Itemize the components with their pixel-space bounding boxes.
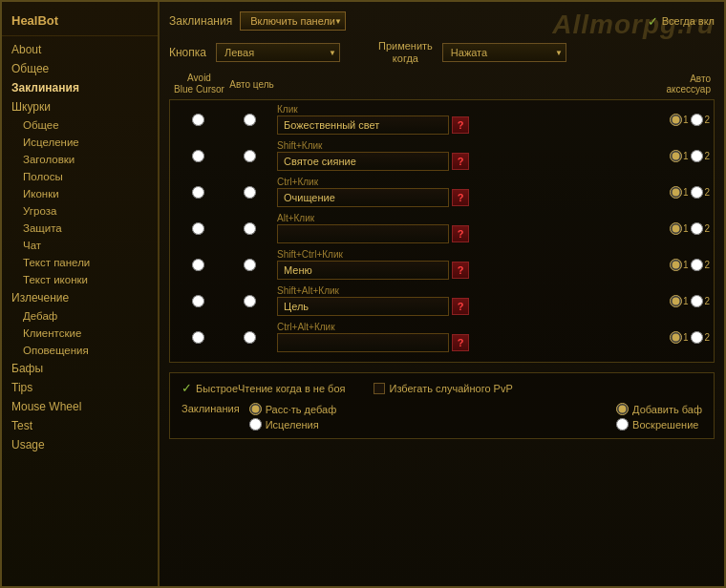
autotarget-radio-6[interactable] — [244, 331, 256, 344]
spell-input-0[interactable] — [277, 116, 449, 135]
autotarget-radio-4[interactable] — [244, 259, 256, 271]
acc-radio-1-1[interactable] — [670, 150, 682, 162]
spell-key-4: Shift+Ctrl+Клик — [277, 249, 639, 260]
radio-add-buff[interactable] — [616, 403, 629, 415]
spell-key-2: Ctrl+Клик — [277, 177, 639, 187]
acc-radio-1-label-6[interactable]: 1 — [670, 331, 689, 344]
autotarget-radio-3[interactable] — [244, 222, 256, 235]
acc-radio-1-3[interactable] — [670, 222, 682, 235]
acc-radio-2-4[interactable] — [691, 259, 703, 271]
sidebar-item-chat[interactable]: Чат — [2, 237, 158, 254]
sidebar-item-zaklinaniya[interactable]: Заклинания — [2, 78, 158, 97]
spell-input-2[interactable] — [277, 188, 449, 207]
avoid-radio-2[interactable] — [192, 186, 204, 199]
acc-radio-2-3[interactable] — [691, 222, 703, 235]
acc-radio-2-6[interactable] — [691, 331, 703, 344]
acc-radio-1-label-3[interactable]: 1 — [670, 222, 689, 235]
sidebar-item-zashchita[interactable]: Защита — [2, 220, 158, 237]
radio-resurrection-label[interactable]: Воскрешение — [616, 418, 702, 430]
help-button-5[interactable]: ? — [452, 298, 469, 315]
pressed-button-select[interactable]: Нажата Отпущена — [442, 43, 566, 62]
radio-debaf-label[interactable]: Расс·ть дебаф — [249, 403, 337, 415]
avoid-radio-0[interactable] — [192, 114, 204, 126]
left-button-select[interactable]: Левая Правая Средняя — [216, 43, 340, 62]
acc-radio-2-label-4[interactable]: 2 — [691, 259, 710, 271]
auto-target-col-4 — [225, 259, 273, 271]
sidebar-item-bafy[interactable]: Бафы — [2, 359, 158, 378]
enable-panels-button[interactable]: Включить панели — [240, 11, 346, 31]
acc-radio-1-label-5[interactable]: 1 — [670, 295, 689, 307]
help-button-2[interactable]: ? — [452, 189, 469, 206]
spell-input-4[interactable] — [277, 261, 449, 280]
sidebar-item-usage[interactable]: Usage — [2, 435, 158, 454]
acc-radio-1-label-0[interactable]: 1 — [670, 114, 689, 126]
acc-radio-1-5[interactable] — [670, 295, 682, 307]
help-button-4[interactable]: ? — [452, 262, 469, 279]
acc-radio-2-5[interactable] — [691, 295, 703, 307]
acc-radio-1-2[interactable] — [670, 186, 682, 199]
acc-radio-1-label-1[interactable]: 1 — [670, 150, 689, 162]
help-button-0[interactable]: ? — [452, 116, 469, 134]
acc-radio-1-0[interactable] — [670, 114, 682, 126]
acc-radio-2-1[interactable] — [691, 150, 703, 162]
help-button-3[interactable]: ? — [452, 225, 469, 242]
sidebar-item-iscelenie[interactable]: Исцеление — [2, 134, 158, 151]
radio-resurrection[interactable] — [616, 418, 629, 430]
help-button-1[interactable]: ? — [452, 153, 469, 170]
acc-radio-1-6[interactable] — [670, 331, 682, 344]
sidebar-item-mouse-wheel[interactable]: Mouse Wheel — [2, 397, 158, 416]
sidebar-item-klientskie[interactable]: Клиентские — [2, 325, 158, 342]
acc-radio-2-label-3[interactable]: 2 — [691, 222, 710, 235]
sidebar-item-tekst-ikonki[interactable]: Текст иконки — [2, 271, 158, 288]
acc-radio-2-label-0[interactable]: 2 — [691, 114, 710, 126]
sidebar-item-debaf[interactable]: Дебаф — [2, 307, 158, 325]
avoid-radio-5[interactable] — [192, 295, 204, 307]
avoid-radio-1[interactable] — [192, 150, 204, 162]
spell-input-6[interactable] — [277, 333, 449, 352]
sidebar-item-polosy[interactable]: Полосы — [2, 168, 158, 185]
always-show-checkbox-label[interactable]: ✓ Всегда вкл — [648, 14, 715, 29]
spell-input-3[interactable] — [277, 224, 449, 243]
acc-radio-2-label-5[interactable]: 2 — [691, 295, 710, 307]
acc-radio-2-2[interactable] — [691, 186, 703, 199]
avoid-radio-4[interactable] — [192, 259, 204, 271]
autotarget-radio-5[interactable] — [244, 295, 256, 307]
sidebar-item-test[interactable]: Test — [2, 416, 158, 435]
sidebar-item-ikonki[interactable]: Иконки — [2, 185, 158, 202]
sidebar-item-zagolovki[interactable]: Заголовки — [2, 151, 158, 168]
radio-add-buff-label[interactable]: Добавить баф — [616, 403, 702, 415]
acc-radio-2-label-6[interactable]: 2 — [691, 331, 710, 344]
sidebar-item-shkurki-obshee[interactable]: Общее — [2, 116, 158, 134]
sidebar-item-obshee[interactable]: Общее — [2, 59, 158, 78]
acc-radio-1-4[interactable] — [670, 259, 682, 271]
autotarget-radio-1[interactable] — [244, 150, 256, 162]
col-auto-acc-header: Авто аксессуар — [644, 74, 711, 94]
acc-radio-2-label-2[interactable]: 2 — [691, 186, 710, 199]
sidebar-item-opoveshcheniya[interactable]: Оповещения — [2, 342, 158, 359]
avoid-pvp-checkbox-label[interactable]: Избегать случайного PvP — [374, 381, 512, 395]
auto-target-col-6 — [225, 331, 273, 344]
acc-radio-2-0[interactable] — [691, 114, 703, 126]
sidebar-item-tekst-paneli[interactable]: Текст панели — [2, 254, 158, 271]
avoid-radio-6[interactable] — [192, 331, 204, 344]
sidebar-item-izlechenie[interactable]: Излечение — [2, 288, 158, 307]
sidebar-item-ugroza[interactable]: Угроза — [2, 202, 158, 220]
spell-input-1[interactable] — [277, 152, 449, 171]
acc-radio-1-label-2[interactable]: 1 — [670, 186, 689, 199]
radio-healing[interactable] — [249, 418, 262, 430]
sidebar-item-tips[interactable]: Tips — [2, 378, 158, 397]
left-button-wrapper[interactable]: Левая Правая Средняя — [216, 43, 340, 62]
acc-radio-2-label-1[interactable]: 2 — [691, 150, 710, 162]
radio-debaf[interactable] — [249, 403, 262, 415]
spell-input-5[interactable] — [277, 297, 449, 316]
sidebar-item-shkurki[interactable]: Шкурки — [2, 97, 158, 116]
avoid-radio-3[interactable] — [192, 222, 204, 235]
acc-radio-1-label-4[interactable]: 1 — [670, 259, 689, 271]
help-button-6[interactable]: ? — [452, 334, 469, 351]
sidebar-item-about[interactable]: About — [2, 40, 158, 59]
radio-healing-label[interactable]: Исцеления — [249, 418, 337, 430]
autotarget-radio-2[interactable] — [244, 186, 256, 199]
autotarget-radio-0[interactable] — [244, 114, 256, 126]
fast-reading-checkbox-label[interactable]: ✓ БыстроеЧтение когда в не боя — [182, 381, 345, 395]
pressed-button-wrapper[interactable]: Нажата Отпущена — [442, 43, 566, 62]
